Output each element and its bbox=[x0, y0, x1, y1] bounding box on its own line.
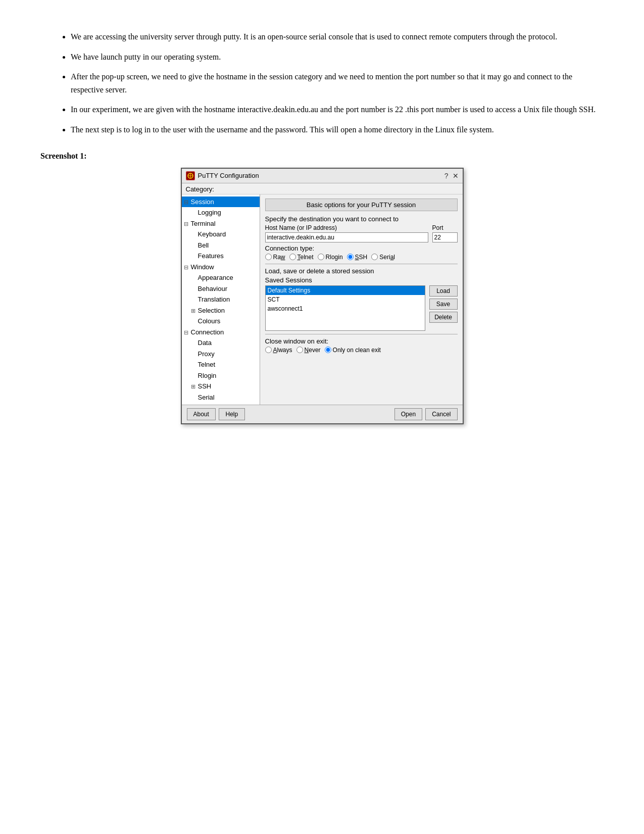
never-label: Never bbox=[305, 347, 321, 354]
radio-ssh[interactable]: SSH bbox=[347, 254, 368, 261]
host-input[interactable] bbox=[265, 232, 428, 242]
screenshot-label: Screenshot 1: bbox=[40, 152, 604, 161]
right-panel: Basic options for your PuTTY session Spe… bbox=[260, 194, 463, 405]
bullet-content: We are accessing the university server t… bbox=[40, 30, 604, 136]
translation-icon bbox=[191, 296, 198, 304]
sessions-listbox[interactable]: Default Settings SCT awsconnect1 bbox=[265, 285, 425, 331]
window-expand-icon: ⊟ bbox=[184, 263, 191, 272]
tree-item-appearance[interactable]: Appearance bbox=[182, 272, 260, 283]
rlogin-label: Rlogin bbox=[326, 254, 343, 261]
panel-header: Basic options for your PuTTY session bbox=[265, 199, 458, 211]
tree-item-features[interactable]: Features bbox=[182, 251, 260, 262]
serial-icon bbox=[191, 394, 198, 402]
title-bar: PuTTY Configuration ? ✕ bbox=[182, 169, 463, 183]
close-clean[interactable]: Only on clean exit bbox=[325, 347, 381, 354]
host-label: Host Name (or IP address) bbox=[265, 224, 428, 231]
cancel-button[interactable]: Cancel bbox=[425, 408, 457, 420]
save-button[interactable]: Save bbox=[429, 299, 458, 310]
ssh-label: SSH bbox=[355, 254, 368, 261]
bullet-item-1: We are accessing the university server t… bbox=[71, 30, 604, 43]
tree-item-behaviour[interactable]: Behaviour bbox=[182, 283, 260, 295]
close-never[interactable]: Never bbox=[296, 347, 321, 354]
session-item-default[interactable]: Default Settings bbox=[266, 286, 425, 295]
close-window-label: Close window on exit: bbox=[265, 337, 458, 345]
tree-panel: ⊟Session Logging ⊟Terminal Keyboard Bell… bbox=[182, 194, 260, 405]
data-icon bbox=[191, 339, 198, 348]
bullet-item-3: After the pop-up screen, we need to give… bbox=[71, 70, 604, 96]
delete-button[interactable]: Delete bbox=[429, 312, 458, 323]
tree-item-colours[interactable]: Colours bbox=[182, 316, 260, 327]
connection-expand-icon: ⊟ bbox=[184, 328, 191, 337]
radio-serial[interactable]: Serial bbox=[371, 254, 395, 261]
saved-sessions-header: Load, save or delete a stored session bbox=[265, 267, 458, 275]
appearance-icon bbox=[191, 274, 198, 282]
load-button[interactable]: Load bbox=[429, 285, 458, 297]
raw-label: Raw bbox=[273, 254, 285, 261]
radio-raw[interactable]: Raw bbox=[265, 254, 285, 261]
ssh-expand-icon: ⊞ bbox=[191, 382, 198, 391]
tree-item-serial[interactable]: Serial bbox=[182, 392, 260, 403]
saved-sessions-label: Saved Sessions bbox=[265, 276, 458, 284]
connection-type-row: Raw Telnet Rlogin SSH bbox=[265, 254, 458, 261]
behaviour-icon bbox=[191, 285, 198, 293]
logging-icon bbox=[191, 209, 198, 217]
rlogin-icon bbox=[191, 372, 198, 380]
close-window-row: Always Never Only on clean exit bbox=[265, 347, 458, 354]
putty-icon bbox=[186, 171, 195, 180]
radio-ssh-input[interactable] bbox=[347, 254, 354, 260]
divider1 bbox=[265, 264, 458, 264]
bullet-item-4: In our experiment, we are given with the… bbox=[71, 103, 604, 116]
bullet-list: We are accessing the university server t… bbox=[40, 30, 604, 136]
tree-item-ssh[interactable]: ⊞SSH bbox=[182, 381, 260, 392]
tree-item-logging[interactable]: Logging bbox=[182, 207, 260, 218]
radio-raw-input[interactable] bbox=[265, 254, 272, 260]
radio-never-input[interactable] bbox=[296, 347, 303, 353]
open-button[interactable]: Open bbox=[394, 408, 422, 420]
about-button[interactable]: About bbox=[187, 408, 216, 420]
close-icon[interactable]: ✕ bbox=[453, 172, 459, 180]
tree-item-connection[interactable]: ⊟Connection bbox=[182, 327, 260, 338]
always-label: Always bbox=[273, 347, 292, 354]
title-bar-left: PuTTY Configuration bbox=[186, 171, 259, 180]
tree-item-keyboard[interactable]: Keyboard bbox=[182, 229, 260, 240]
telnet-label: Telnet bbox=[298, 254, 314, 261]
radio-telnet-input[interactable] bbox=[289, 254, 296, 260]
close-always[interactable]: Always bbox=[265, 347, 292, 354]
radio-serial-input[interactable] bbox=[371, 254, 378, 260]
dialog-wrapper: PuTTY Configuration ? ✕ Category: ⊟Sessi… bbox=[40, 168, 604, 425]
tree-item-data[interactable]: Data bbox=[182, 337, 260, 349]
host-port-row: Host Name (or IP address) Port bbox=[265, 224, 458, 242]
keyboard-icon bbox=[191, 230, 198, 239]
session-item-sct[interactable]: SCT bbox=[266, 295, 425, 304]
session-item-awsconnect[interactable]: awsconnect1 bbox=[266, 304, 425, 313]
radio-rlogin[interactable]: Rlogin bbox=[318, 254, 343, 261]
radio-always-input[interactable] bbox=[265, 347, 272, 353]
tree-item-terminal[interactable]: ⊟Terminal bbox=[182, 218, 260, 229]
tree-item-selection[interactable]: ⊞Selection bbox=[182, 305, 260, 316]
dialog-body: ⊟Session Logging ⊟Terminal Keyboard Bell… bbox=[182, 194, 463, 405]
telnet-icon bbox=[191, 361, 198, 369]
clean-label: Only on clean exit bbox=[333, 347, 381, 354]
tree-item-window[interactable]: ⊟Window bbox=[182, 262, 260, 273]
tree-item-telnet[interactable]: Telnet bbox=[182, 359, 260, 370]
tree-item-session[interactable]: ⊟Session bbox=[182, 197, 260, 208]
tree-item-rlogin[interactable]: Rlogin bbox=[182, 370, 260, 381]
dialog-footer: About Help Open Cancel bbox=[182, 405, 463, 423]
tree-item-translation[interactable]: Translation bbox=[182, 294, 260, 305]
divider2 bbox=[265, 334, 458, 334]
title-bar-controls: ? ✕ bbox=[444, 172, 459, 180]
tree-item-proxy[interactable]: Proxy bbox=[182, 349, 260, 360]
proxy-icon bbox=[191, 350, 198, 359]
sessions-buttons: Load Save Delete bbox=[429, 285, 458, 323]
port-input[interactable] bbox=[432, 232, 458, 242]
help-icon[interactable]: ? bbox=[444, 172, 449, 180]
radio-clean-input[interactable] bbox=[325, 347, 331, 353]
bullet-item-5: The next step is to log in to the user w… bbox=[71, 123, 604, 136]
tree-item-bell[interactable]: Bell bbox=[182, 240, 260, 251]
radio-telnet[interactable]: Telnet bbox=[289, 254, 314, 261]
help-button[interactable]: Help bbox=[219, 408, 245, 420]
bell-icon bbox=[191, 241, 198, 250]
radio-rlogin-input[interactable] bbox=[318, 254, 324, 260]
colours-icon bbox=[191, 317, 198, 326]
bullet-item-2: We have launch putty in our operating sy… bbox=[71, 51, 604, 64]
